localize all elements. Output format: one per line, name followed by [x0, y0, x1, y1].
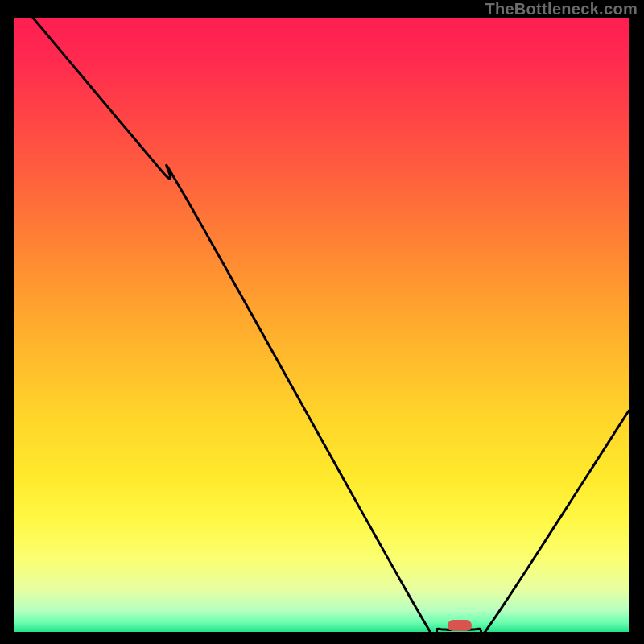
bottleneck-line	[14, 18, 629, 632]
watermark-text: TheBottleneck.com	[485, 0, 638, 19]
optimum-marker	[448, 620, 472, 631]
plot-frame	[14, 18, 629, 632]
